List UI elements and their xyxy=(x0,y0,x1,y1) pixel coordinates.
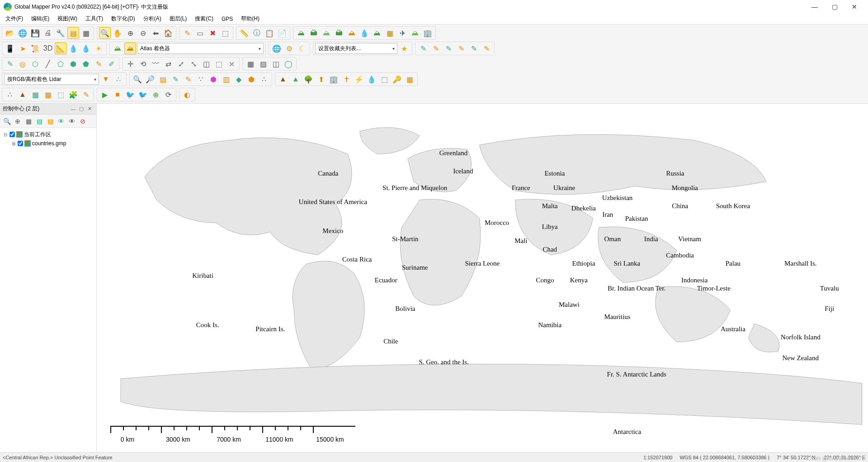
terrain1-icon[interactable]: ⛰ xyxy=(295,27,307,39)
l5-icon[interactable]: ✎ xyxy=(182,73,194,85)
draw3-icon[interactable]: ✎ xyxy=(443,43,454,54)
close-button[interactable]: ✕ xyxy=(844,0,864,14)
menu-t[interactable]: 工具(T) xyxy=(82,14,107,24)
menu-l[interactable]: 图层(L) xyxy=(166,14,191,24)
tower-icon[interactable]: ✝ xyxy=(340,73,352,85)
wrench-icon[interactable]: 🔧 xyxy=(55,27,66,39)
cc-eye-icon[interactable]: 👁 xyxy=(67,116,77,126)
e8-icon[interactable]: ✎ xyxy=(93,58,104,70)
g2-icon[interactable]: ▨ xyxy=(257,58,269,70)
nav-icon[interactable]: ➤ xyxy=(17,43,28,54)
cc-del-icon[interactable]: ⊘ xyxy=(78,116,88,126)
v3-icon[interactable]: 〰 xyxy=(150,58,161,70)
script-icon[interactable]: 📜 xyxy=(29,43,41,54)
m11-icon[interactable]: ▦ xyxy=(404,73,415,85)
cc-globe-icon[interactable]: ⊕ xyxy=(13,116,23,126)
panel-min-icon[interactable]: — xyxy=(69,105,77,113)
add-target-icon[interactable]: ⊕ xyxy=(150,89,161,100)
pie-icon[interactable]: ◐ xyxy=(181,89,193,100)
bird2-icon[interactable]: 🐦 xyxy=(137,89,149,100)
stop-icon[interactable]: ■ xyxy=(112,89,123,100)
zoom-in-icon[interactable]: ⊕ xyxy=(124,27,136,39)
tree-workspace-row[interactable]: ⊟ 当前工作区 xyxy=(3,130,94,139)
menu-f[interactable]: 文件(F) xyxy=(2,14,27,24)
sync-icon[interactable]: ⟳ xyxy=(162,89,174,100)
draw6-icon[interactable]: ✎ xyxy=(481,43,492,54)
panel-max-icon[interactable]: ▢ xyxy=(77,105,85,113)
globe-icon[interactable]: 🌐 xyxy=(17,27,28,39)
tree-icon[interactable]: 🌳 xyxy=(302,73,314,85)
building3d-icon[interactable]: 🏢 xyxy=(422,27,434,39)
moon-icon[interactable]: ☾ xyxy=(296,43,308,54)
l11-icon[interactable]: ∴ xyxy=(258,73,270,85)
l7-icon[interactable]: ⬢ xyxy=(208,73,219,85)
draw4-icon[interactable]: ✎ xyxy=(455,43,467,54)
e4-icon[interactable]: ╱ xyxy=(42,58,54,70)
open-icon[interactable]: 📂 xyxy=(4,27,16,39)
e7-icon[interactable]: ⬟ xyxy=(80,58,92,70)
terrain3-icon[interactable]: ⛰ xyxy=(321,27,332,39)
layer-checkbox[interactable] xyxy=(18,141,23,146)
v5-icon[interactable]: ⤢ xyxy=(175,58,187,70)
pencil-icon[interactable]: ✎ xyxy=(181,27,193,39)
map-canvas[interactable]: 0 km3000 km7000 km11000 km15000 km Green… xyxy=(97,104,868,452)
info-icon[interactable]: ⓘ xyxy=(251,27,263,39)
v2-icon[interactable]: ⟲ xyxy=(137,58,149,70)
cc-t1-icon[interactable]: ▤ xyxy=(34,116,44,126)
menu-h[interactable]: 帮助(H) xyxy=(237,14,263,24)
v7-icon[interactable]: ◫ xyxy=(200,58,212,70)
p4-icon[interactable]: ▦ xyxy=(42,89,54,100)
draw2-icon[interactable]: ✎ xyxy=(430,43,442,54)
play-icon[interactable]: ▶ xyxy=(99,89,111,100)
cc-search-icon[interactable]: 🔍 xyxy=(2,116,12,126)
home-icon[interactable]: 🏠 xyxy=(162,27,174,39)
layer-tree[interactable]: ⊟ 当前工作区 ⊞ countries.gmp xyxy=(0,128,96,452)
zoom-tool-icon[interactable]: 🔍 xyxy=(99,27,111,39)
phone-icon[interactable]: 📱 xyxy=(4,43,16,54)
print-icon[interactable]: 🖨 xyxy=(42,27,54,39)
cc-t3-icon[interactable]: 👁 xyxy=(56,116,66,126)
star-icon[interactable]: ★ xyxy=(398,43,410,54)
cc-t2-icon[interactable]: ▤ xyxy=(45,116,55,126)
filter-icon[interactable]: ▼ xyxy=(100,73,112,85)
l10-icon[interactable]: ⬢ xyxy=(245,73,257,85)
sun-icon[interactable]: ☀ xyxy=(93,43,104,54)
draw1-icon[interactable]: ✎ xyxy=(417,43,429,54)
water1-icon[interactable]: 💧 xyxy=(67,43,79,54)
menu-e[interactable]: 编辑(E) xyxy=(28,14,53,24)
profile-icon[interactable]: 📐 xyxy=(55,43,66,54)
e3-icon[interactable]: ⬡ xyxy=(29,58,41,70)
copy-icon[interactable]: 📋 xyxy=(264,27,275,39)
select-all-icon[interactable]: ⬚ xyxy=(219,27,231,39)
p3-icon[interactable]: ▦ xyxy=(29,89,41,100)
tree-layer-row[interactable]: ⊞ countries.gmp xyxy=(3,139,94,148)
panel-close-icon[interactable]: ✕ xyxy=(85,105,94,113)
terrain2-icon[interactable]: 🏔 xyxy=(308,27,320,39)
menu-d[interactable]: 数字化(D) xyxy=(108,14,139,24)
select-rect-icon[interactable]: ▭ xyxy=(194,27,206,39)
3d-icon[interactable]: 3D xyxy=(42,43,54,54)
terrain5-icon[interactable]: ⛰ xyxy=(346,27,358,39)
e6-icon[interactable]: ⬢ xyxy=(67,58,79,70)
bird1-icon[interactable]: 🐦 xyxy=(124,89,136,100)
save-icon[interactable]: 💾 xyxy=(29,27,41,39)
l2-icon[interactable]: 🔎 xyxy=(144,73,156,85)
l1-icon[interactable]: 🔍 xyxy=(132,73,143,85)
l9-icon[interactable]: ◆ xyxy=(233,73,245,85)
delete-icon[interactable]: ✖ xyxy=(207,27,218,39)
building-icon[interactable]: 🏢 xyxy=(328,73,340,85)
water2-icon[interactable]: 💧 xyxy=(80,43,92,54)
g1-icon[interactable]: ▦ xyxy=(245,58,256,70)
menu-a[interactable]: 分析(A) xyxy=(140,14,165,24)
terrain4-icon[interactable]: 🏔 xyxy=(333,27,345,39)
l8-icon[interactable]: ▥ xyxy=(220,73,232,85)
e1-icon[interactable]: ✎ xyxy=(4,58,16,70)
draw5-icon[interactable]: ✎ xyxy=(468,43,480,54)
menu-gps[interactable]: GPS xyxy=(218,14,236,24)
l4-icon[interactable]: ✎ xyxy=(170,73,181,85)
cc-table-icon[interactable]: ▦ xyxy=(24,116,33,126)
maximize-button[interactable]: ▢ xyxy=(825,0,844,14)
l3-icon[interactable]: ▤ xyxy=(157,73,169,85)
p1-icon[interactable]: ∴ xyxy=(4,89,16,100)
layers-icon[interactable]: ▤ xyxy=(67,27,79,39)
